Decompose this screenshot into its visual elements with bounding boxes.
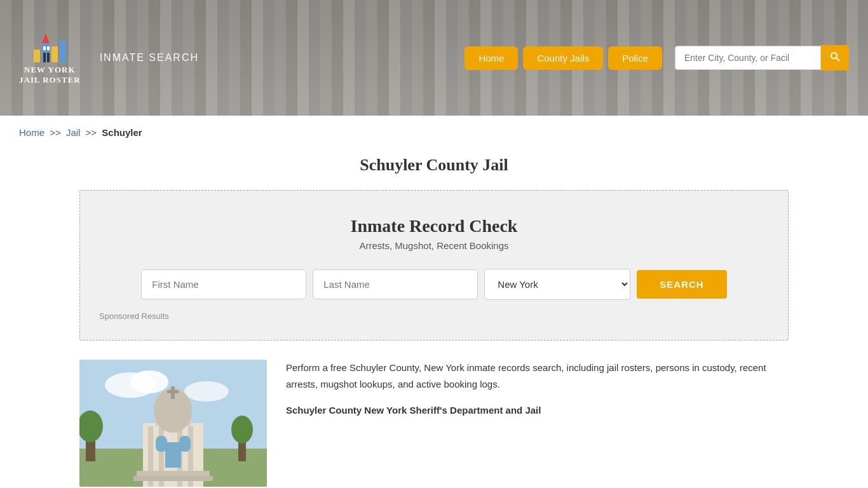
logo-area: NEW YORK JAIL ROSTER: [19, 30, 81, 85]
search-fields: New York Alabama Alaska Arizona Arkansas…: [99, 269, 769, 300]
header-search-input[interactable]: [675, 46, 821, 70]
inmate-search-label: INMATE SEARCH: [100, 52, 199, 64]
svg-rect-25: [137, 471, 210, 476]
police-button[interactable]: Police: [608, 46, 662, 70]
breadcrumb: Home >> Jail >> Schuyler: [0, 116, 868, 149]
search-icon: [830, 51, 840, 62]
main-nav: Home County Jails Police: [465, 46, 662, 70]
svg-rect-2: [51, 46, 58, 62]
svg-line-10: [836, 58, 839, 61]
breadcrumb-current: Schuyler: [102, 127, 142, 138]
svg-rect-5: [43, 53, 46, 62]
svg-rect-26: [133, 476, 213, 481]
svg-point-9: [831, 53, 837, 58]
svg-rect-3: [60, 40, 66, 62]
svg-point-13: [130, 370, 168, 393]
content-paragraph2: Schuyler County New York Sheriff's Depar…: [286, 402, 789, 419]
content-bold-link: Schuyler County New York Sheriff's Depar…: [286, 405, 541, 416]
content-section: Perform a free Schuyler County, New York…: [0, 341, 868, 488]
svg-point-14: [184, 381, 229, 402]
content-paragraph1: Perform a free Schuyler County, New York…: [286, 360, 789, 392]
header-search-area: [675, 45, 849, 71]
svg-rect-8: [47, 46, 50, 50]
svg-rect-6: [47, 53, 50, 62]
search-button[interactable]: SEARCH: [637, 270, 726, 299]
content-image: [79, 360, 267, 487]
breadcrumb-sep1: >>: [50, 127, 61, 138]
search-panel: Inmate Record Check Arrests, Mugshot, Re…: [79, 190, 789, 341]
first-name-input[interactable]: [141, 269, 306, 299]
building-illustration: [79, 360, 267, 487]
logo-text: NEW YORK JAIL ROSTER: [19, 65, 81, 85]
search-panel-subtitle: Arrests, Mugshot, Recent Bookings: [99, 240, 769, 251]
site-header: NEW YORK JAIL ROSTER INMATE SEARCH Home …: [0, 0, 868, 116]
header-search-button[interactable]: [821, 45, 849, 71]
svg-rect-0: [34, 50, 40, 62]
search-panel-title: Inmate Record Check: [99, 216, 769, 236]
svg-rect-7: [43, 46, 46, 50]
state-select[interactable]: New York Alabama Alaska Arizona Arkansas…: [484, 269, 630, 300]
page-title: Schuyler County Jail: [0, 156, 868, 175]
breadcrumb-home[interactable]: Home: [19, 127, 44, 138]
svg-rect-30: [167, 390, 179, 393]
logo-icon: [31, 30, 69, 62]
county-jails-button[interactable]: County Jails: [523, 46, 603, 70]
content-text: Perform a free Schuyler County, New York…: [286, 360, 789, 487]
svg-rect-33: [165, 442, 181, 468]
last-name-input[interactable]: [313, 269, 478, 299]
svg-point-19: [231, 416, 253, 444]
home-button[interactable]: Home: [465, 46, 518, 70]
breadcrumb-sep2: >>: [86, 127, 97, 138]
breadcrumb-jail[interactable]: Jail: [66, 127, 81, 138]
sponsored-label: Sponsored Results: [99, 311, 769, 321]
svg-marker-4: [42, 34, 50, 43]
